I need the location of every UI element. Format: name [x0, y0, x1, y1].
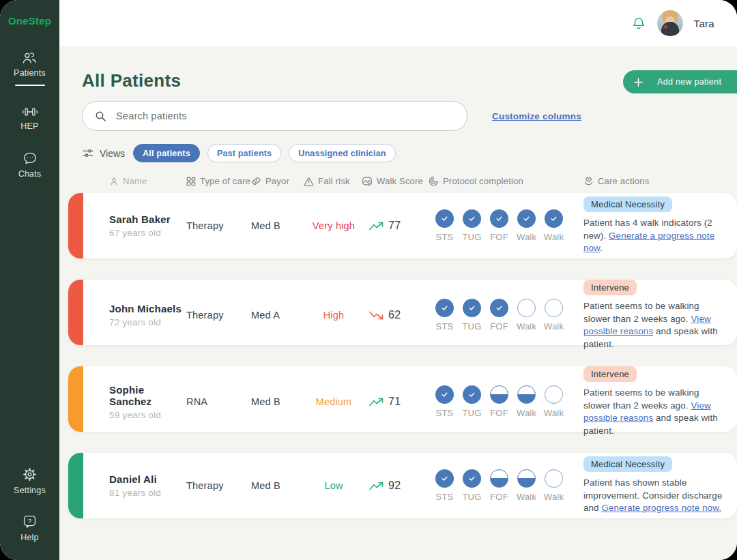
protocol-label: Walk: [517, 232, 536, 242]
sidebar-item-help[interactable]: ? Help: [20, 514, 39, 542]
care-action-badge: Intervene: [583, 366, 637, 382]
topbar: Tara: [59, 0, 737, 46]
trend-icon: [364, 311, 388, 320]
fall-risk-label: Very high: [304, 220, 364, 231]
plus-icon: [633, 77, 644, 87]
view-chip[interactable]: All patients: [133, 144, 200, 162]
patient-name: Sophie Sanchez: [109, 384, 186, 407]
check-icon: [549, 214, 558, 223]
name-cell: Sarah Baker 67 years old: [109, 213, 186, 238]
patient-row[interactable]: Sarah Baker 67 years old Therapy Med B V…: [68, 193, 737, 259]
customize-columns-link[interactable]: Customize columns: [492, 111, 581, 121]
protocol-indicator: Walk: [544, 209, 564, 242]
check-icon: [440, 304, 449, 312]
walk-score-value: 92: [388, 480, 401, 492]
check-icon: [440, 214, 449, 223]
column-header-care-actions: Care actions: [583, 176, 737, 186]
app-window: OneStep Patients: [0, 0, 737, 560]
sidebar-item-settings[interactable]: Settings: [14, 467, 46, 495]
care-action-link[interactable]: View possible reasons: [583, 314, 711, 337]
sidebar-item-patients[interactable]: Patients: [14, 51, 46, 86]
column-header-payor: Payor: [251, 176, 304, 186]
patient-name: Daniel Ali: [109, 473, 186, 485]
check-icon: [467, 474, 476, 483]
protocol-completion-cell: STSTUGFOFWalkWalk: [435, 469, 583, 502]
care-action-link[interactable]: Generate progress note now.: [601, 503, 721, 513]
sidebar-item-label: Patients: [14, 68, 46, 78]
protocol-status-circle: [490, 469, 508, 488]
protocol-label: STS: [436, 232, 454, 242]
search-input[interactable]: [115, 110, 454, 122]
risk-accent-bar: [68, 453, 83, 518]
payor-value: Med A: [251, 310, 304, 321]
care-actions-cell: Medical Necessity Patient has shown stab…: [583, 456, 737, 515]
view-chip[interactable]: Unassigned clinician: [289, 144, 395, 162]
name-cell: Daniel Ali 81 years old: [109, 473, 186, 498]
spiral-icon: [429, 176, 439, 186]
fall-risk-label: Medium: [304, 396, 364, 407]
protocol-status-circle: [545, 469, 563, 488]
views-label: Views: [100, 148, 125, 159]
protocol-indicator: Walk: [544, 299, 564, 331]
protocol-label: FOF: [490, 408, 508, 418]
protocol-indicator: STS: [435, 385, 454, 418]
protocol-status-circle: [490, 209, 508, 228]
tag-icon: [251, 176, 261, 186]
check-icon: [467, 390, 476, 399]
main-area: Tara All Patients Add new patient: [59, 0, 737, 560]
care-action-link[interactable]: Generate a progress note now: [583, 231, 714, 254]
protocol-indicator: STS: [435, 469, 454, 502]
view-chip[interactable]: Past patients: [207, 144, 281, 162]
protocol-indicator: FOF: [489, 469, 509, 502]
protocol-indicator: TUG: [462, 299, 482, 331]
protocol-indicator: Walk: [544, 469, 564, 502]
fall-risk-label: Low: [304, 480, 364, 491]
protocol-label: Walk: [517, 321, 536, 331]
patient-row[interactable]: John Michaels 72 years old Therapy Med A…: [68, 280, 737, 345]
care-actions-cell: Medical Necessity Patient has 4 walk ind…: [583, 196, 737, 255]
protocol-label: TUG: [462, 321, 481, 331]
search-box[interactable]: [82, 101, 467, 131]
protocol-completion-cell: STSTUGFOFWalkWalk: [435, 299, 583, 331]
fall-risk-cell: Very high 77: [304, 220, 435, 232]
protocol-status-circle: [435, 469, 454, 488]
add-new-patient-button[interactable]: Add new patient: [623, 70, 737, 93]
check-icon: [495, 214, 504, 223]
protocol-indicator: FOF: [489, 385, 509, 418]
payor-value: Med B: [251, 396, 304, 407]
column-header-type-of-care: Type of care: [186, 176, 251, 186]
check-icon: [467, 214, 476, 223]
care-action-text: Patient seems to be walking slower than …: [583, 300, 727, 351]
protocol-status-circle: [545, 209, 563, 228]
view-filter-chips: All patientsPast patientsUnassigned clin…: [133, 144, 396, 162]
sidebar-footer: Settings ? Help: [14, 467, 46, 542]
user-avatar[interactable]: [657, 10, 683, 36]
views-toggle[interactable]: Views: [82, 147, 125, 159]
sidebar-item-label: HEP: [20, 121, 38, 131]
protocol-indicator: FOF: [489, 209, 509, 242]
care-action-text: Patient seems to be walking slower than …: [583, 387, 727, 437]
protocol-label: FOF: [490, 321, 508, 331]
protocol-label: STS: [436, 321, 454, 331]
patient-row[interactable]: Sophie Sanchez 59 years old RNA Med B Me…: [68, 366, 737, 432]
notifications-bell-icon[interactable]: [631, 16, 646, 31]
protocol-status-circle: [435, 299, 454, 317]
check-icon: [495, 304, 504, 312]
protocol-indicator: STS: [435, 299, 454, 331]
trend-down-icon: [369, 311, 384, 320]
column-header-name: Name: [109, 176, 186, 186]
risk-accent-bar: [68, 280, 83, 345]
sidebar-item-label: Settings: [14, 486, 46, 495]
protocol-status-circle: [435, 385, 454, 404]
walk-score-value: 71: [388, 396, 401, 408]
patient-row[interactable]: Daniel Ali 81 years old Therapy Med B Lo…: [68, 453, 737, 518]
trend-up-icon: [369, 482, 384, 490]
care-heart-icon: [583, 176, 594, 186]
sidebar-item-hep[interactable]: HEP: [20, 106, 38, 131]
walk-score-value: 77: [388, 220, 401, 232]
protocol-label: Walk: [544, 492, 564, 502]
protocol-status-circle: [463, 299, 481, 317]
walk-score-value: 62: [388, 309, 401, 321]
care-action-link[interactable]: View possible reasons: [583, 400, 711, 424]
sidebar-item-chats[interactable]: Chats: [18, 151, 42, 179]
